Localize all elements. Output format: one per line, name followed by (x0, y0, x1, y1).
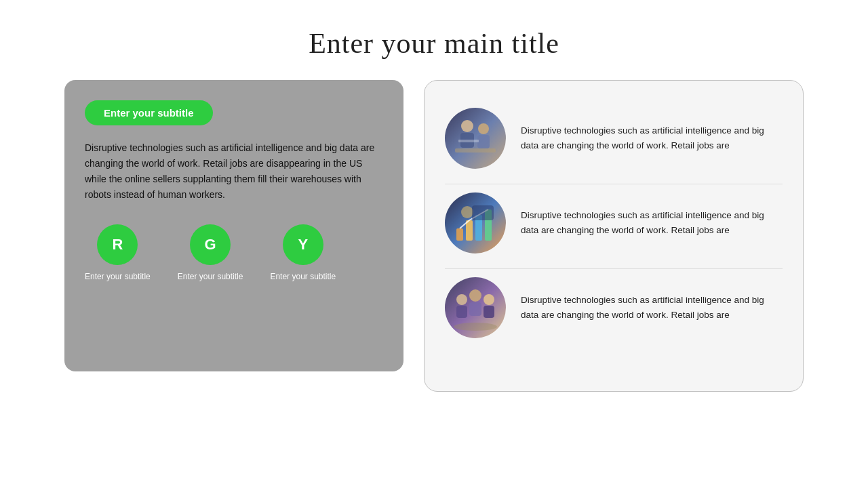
svg-rect-3 (477, 135, 490, 148)
avatar-label-r: Enter your subtitle (85, 272, 151, 281)
svg-rect-4 (455, 148, 496, 152)
svg-rect-5 (458, 140, 479, 142)
left-card-body: Disruptive technologies such as artifici… (85, 140, 383, 203)
svg-rect-7 (466, 220, 473, 241)
avatar-circle-y: Y (283, 224, 323, 265)
left-card: Enter your subtitle Disruptive technolog… (64, 80, 403, 371)
right-row-2: Disruptive technologies such as artifici… (445, 184, 783, 262)
avatar-label-y: Enter your subtitle (270, 272, 336, 281)
image-team (445, 277, 506, 338)
right-row-1: Disruptive technologies such as artifici… (445, 100, 783, 177)
svg-rect-11 (472, 205, 494, 220)
svg-point-2 (478, 123, 489, 134)
avatar-label-g: Enter your subtitle (178, 272, 243, 281)
svg-point-14 (469, 289, 481, 302)
svg-point-16 (484, 294, 494, 305)
image-business-meeting (445, 108, 506, 169)
image-data-chart (445, 192, 506, 253)
svg-point-10 (461, 206, 473, 218)
avatar-circle-g: G (190, 224, 231, 265)
avatar-item-r: R Enter your subtitle (85, 224, 151, 281)
main-title: Enter your main title (0, 0, 868, 60)
right-row-text-3: Disruptive technologies such as artifici… (521, 293, 783, 322)
right-card: Disruptive technologies such as artifici… (424, 80, 804, 392)
svg-point-12 (456, 294, 467, 305)
avatar-item-y: Y Enter your subtitle (270, 224, 336, 281)
avatar-row: R Enter your subtitle G Enter your subti… (85, 224, 383, 281)
content-area: Enter your subtitle Disruptive technolog… (0, 80, 868, 392)
right-row-text-2: Disruptive technologies such as artifici… (521, 208, 783, 237)
svg-point-0 (461, 120, 473, 132)
svg-rect-13 (456, 306, 467, 318)
svg-rect-17 (484, 306, 494, 318)
svg-rect-6 (456, 228, 463, 241)
right-row-text-1: Disruptive technologies such as artifici… (521, 123, 783, 152)
avatar-item-g: G Enter your subtitle (178, 224, 243, 281)
svg-rect-15 (469, 302, 481, 316)
avatar-circle-r: R (97, 224, 138, 265)
svg-point-18 (454, 323, 497, 331)
right-row-3: Disruptive technologies such as artifici… (445, 268, 783, 346)
subtitle-badge: Enter your subtitle (85, 100, 213, 125)
